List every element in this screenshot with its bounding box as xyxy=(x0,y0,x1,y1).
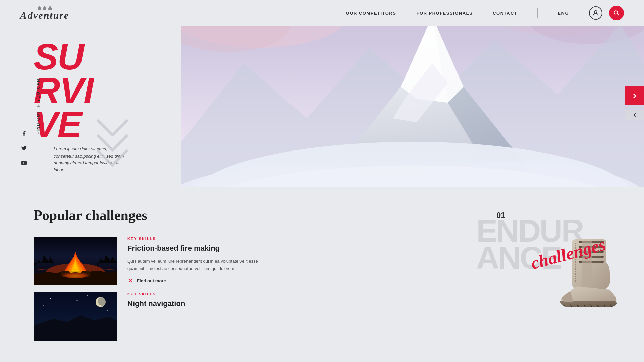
language-selector[interactable]: ENG xyxy=(558,11,569,16)
facebook-icon[interactable] xyxy=(20,129,28,137)
logo-text: Adventure xyxy=(20,10,69,20)
challenge-cards: KEY SKILLS Friction-based fire making Qu… xyxy=(34,237,268,341)
card-image-fire xyxy=(34,237,117,285)
social-icons xyxy=(20,129,28,167)
down-arrows xyxy=(94,117,131,177)
svg-point-23 xyxy=(98,297,107,306)
svg-point-28 xyxy=(43,305,44,306)
svg-point-29 xyxy=(107,310,108,311)
youtube-icon[interactable] xyxy=(20,159,28,167)
svg-point-27 xyxy=(87,295,88,296)
logo[interactable]: Adventure xyxy=(20,6,69,20)
svg-line-2 xyxy=(618,14,619,16)
challenge-card-1: KEY SKILLS Friction-based fire making Qu… xyxy=(34,237,268,285)
card-tag-1: KEY SKILLS xyxy=(127,237,268,241)
section-left: Popular challenges xyxy=(34,207,268,341)
logo-crown xyxy=(38,6,52,10)
survive-line-2: RVI xyxy=(34,73,161,107)
x-icon-1 xyxy=(127,278,133,284)
user-icon[interactable] xyxy=(589,6,602,20)
header-icons xyxy=(589,6,624,20)
card-link-text-1: Find out more xyxy=(137,278,166,283)
card-title-1: Friction-based fire making xyxy=(127,244,268,253)
vertical-text: Find out if you can xyxy=(36,78,41,134)
card-image-2 xyxy=(34,292,117,341)
nav-contact[interactable]: CONTACT xyxy=(493,11,517,16)
card-link-1[interactable]: Find out more xyxy=(127,278,268,284)
card-desc-1: Quis autem vel eum iure reprehenderit qu… xyxy=(127,258,268,273)
card-tag-2: KEY SKILLS xyxy=(127,292,268,296)
section-title: Popular challenges xyxy=(34,207,268,223)
main-nav: OUR COMPETITORS FOR PROFESSIONALS CONTAC… xyxy=(346,8,569,18)
hero-left: Find out if you can SU RVI VE xyxy=(0,26,181,187)
bottom-section: Popular challenges xyxy=(0,187,644,354)
svg-point-44 xyxy=(601,261,603,263)
nav-for-professionals[interactable]: FOR PROFESSIONALS xyxy=(416,11,473,16)
hero-image xyxy=(181,26,644,187)
svg-point-26 xyxy=(77,300,78,301)
hero-section: Find out if you can SU RVI VE xyxy=(0,26,644,187)
header: Adventure OUR COMPETITORS FOR PROFESSION… xyxy=(0,0,644,26)
card-title-2: Night navigation xyxy=(127,299,268,308)
nav-our-competitors[interactable]: OUR COMPETITORS xyxy=(346,11,396,16)
next-button[interactable] xyxy=(625,86,644,105)
nav-divider xyxy=(537,8,538,18)
svg-point-25 xyxy=(60,297,61,297)
survive-line-1: SU xyxy=(34,40,161,73)
twitter-icon[interactable] xyxy=(20,144,28,152)
search-button[interactable] xyxy=(609,6,624,20)
svg-point-42 xyxy=(601,256,603,258)
section-right: 01 ENDUR ANCE challenges xyxy=(288,207,624,341)
svg-point-0 xyxy=(594,11,597,13)
card-content-1: KEY SKILLS Friction-based fire making Qu… xyxy=(127,237,268,284)
svg-point-24 xyxy=(50,298,51,299)
card-content-2: KEY SKILLS Night navigation xyxy=(127,292,268,313)
prev-button[interactable] xyxy=(625,110,644,120)
challenge-card-2: KEY SKILLS Night navigation xyxy=(34,292,268,341)
svg-point-1 xyxy=(614,11,618,14)
